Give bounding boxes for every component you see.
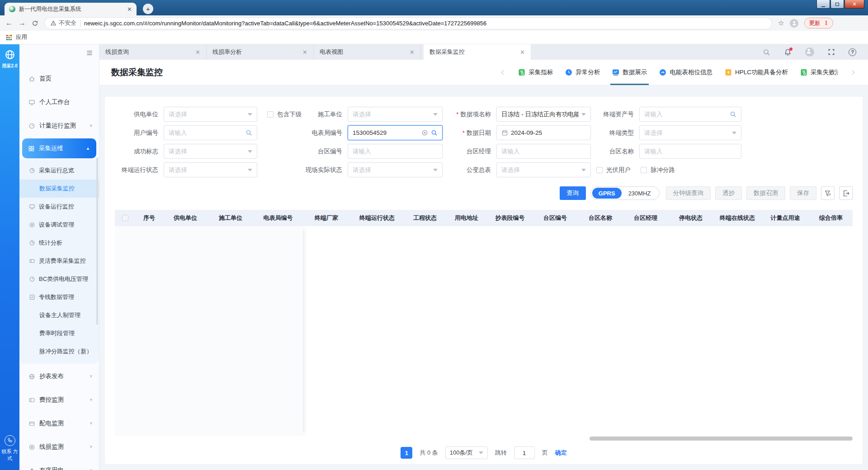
column-header[interactable]: 台区经理 [623,214,668,222]
column-header[interactable]: 计量点用途 [761,214,809,222]
column-header[interactable]: 工程状态 [404,214,446,222]
through-read-button[interactable]: 透抄 [715,186,742,200]
pulse-branch-checkbox[interactable] [641,167,647,173]
clear-icon[interactable] [421,129,428,136]
meter-no-field[interactable] [353,129,419,136]
public-meter-select[interactable]: 请选择 [496,162,591,177]
sidebar-collapse-icon[interactable] [86,49,93,57]
sidebar-item-flexible-rate[interactable]: 灵活费率采集监控 [19,252,99,270]
column-header[interactable]: 终端在线状态 [713,214,761,222]
subtab-meter-phase-info[interactable]: 电能表相位信息 [659,60,712,85]
column-header[interactable]: 抄表段编号 [487,214,533,222]
tg-no-input[interactable] [348,144,443,159]
user-no-field[interactable] [169,129,243,136]
column-header[interactable]: 停电状态 [668,214,713,222]
sidebar-item-fee-control[interactable]: 费控监测 ▼ [19,388,99,412]
search-icon[interactable] [763,48,770,56]
tab-meter-view[interactable]: 电表视图 ✕ [314,44,421,60]
tab-close-icon[interactable]: ✕ [195,49,200,56]
column-header[interactable]: 台区名称 [578,214,623,222]
subtab-collection-index[interactable]: 采集指标 [518,60,553,85]
meter-no-input[interactable] [348,125,443,140]
fullscreen-icon[interactable] [828,48,835,56]
sidebar-item-bc-voltage[interactable]: BC类供电电压管理 [19,270,99,288]
supply-unit-select[interactable]: 请选择 [164,107,257,122]
export-button[interactable] [839,186,853,200]
column-header[interactable]: 施工单位 [208,214,253,222]
sidebar-item-collection-overview[interactable]: 采集运行总览 [19,161,99,180]
sidebar-item-metering-monitor[interactable]: 计量运行监测 ▼ [19,114,99,138]
bookmarks-apps-label[interactable]: 应用 [16,33,27,41]
tg-no-field[interactable] [353,148,438,155]
column-header[interactable]: 综合倍率 [809,214,853,222]
horizontal-scrollbar[interactable] [590,437,853,441]
window-close-button[interactable]: ✕ [844,0,864,9]
window-minimize-button[interactable]: ▁ [816,0,830,9]
column-header[interactable]: 台区编号 [533,214,578,222]
sidebar-item-line-loss-monitor[interactable]: 线损监测 ▼ [19,435,99,459]
tab-line-loss-query[interactable]: 线损查询 ✕ [99,44,207,60]
tab-close-icon[interactable]: ✕ [302,49,307,56]
sidebar-item-device-run-monitor[interactable]: 设备运行监控 [19,198,99,216]
tg-name-input[interactable] [639,144,741,159]
sidebar-scrollbar[interactable] [96,157,98,325]
bookmark-star-icon[interactable]: ☆ [778,19,784,27]
chrome-update-button[interactable]: 更新 ⋮ [804,18,833,28]
sidebar-item-distribution-monitor[interactable]: 配电监测 ▼ [19,412,99,435]
column-header[interactable]: 序号 [136,214,163,222]
sidebar-item-data-collection-monitor[interactable]: 数据采集监控 [19,180,99,198]
jump-confirm-button[interactable]: 确定 [555,449,567,457]
page-size-select[interactable]: 100条/页 [445,446,488,459]
pulse-branch-checkbox-group[interactable]: 脉冲分路 [641,166,675,174]
browser-menu-icon[interactable]: ⋮ [823,20,829,26]
gprs-toggle-option[interactable]: GPRS [592,188,622,199]
sidebar-item-statistics[interactable]: 统计分析 [19,234,99,252]
sidebar-item-device-debug[interactable]: 设备调试管理 [19,216,99,234]
sidebar-item-home[interactable]: 首页 [19,67,99,90]
subtab-collection-fail[interactable]: 采集失败清 [800,60,838,85]
include-sub-checkbox-group[interactable]: 包含下级 [267,110,302,119]
help-icon[interactable]: ? [849,48,856,56]
address-bar[interactable]: 不安全 neweic.js.sgcc.com.cn/#/com/runningM… [44,17,772,29]
reload-icon[interactable] [32,20,38,27]
column-header[interactable]: 电表局编号 [253,214,303,222]
sidebar-item-orderly-power[interactable]: 有序用电 ▼ [19,459,99,470]
pv-user-checkbox[interactable] [596,167,603,173]
security-chip[interactable]: 不安全 [50,19,76,27]
query-button[interactable]: 查询 [560,186,586,200]
subtabs-scroll-left-icon[interactable] [500,69,506,76]
minute-query-button[interactable]: 分钟级查询 [666,186,711,200]
data-call-button[interactable]: 数据召测 [746,186,785,200]
subtab-data-display[interactable]: 数据展示 [612,60,647,85]
column-header[interactable]: 用电地址 [446,214,487,222]
search-icon[interactable] [730,111,736,118]
tg-name-field[interactable] [644,148,736,155]
terminal-asset-no-field[interactable] [644,111,727,118]
tab-data-collection-monitor[interactable]: 数据采集监控 ✕ [424,44,531,60]
select-all-checkbox[interactable] [122,215,128,221]
browser-tab[interactable]: 新一代用电信息采集系统 ✕ [5,3,137,15]
search-icon[interactable] [245,129,252,136]
field-actual-status-select[interactable]: 请选择 [348,162,443,177]
sidebar-item-dedicated-line-data[interactable]: 专线数据管理 [19,288,99,306]
pv-user-checkbox-group[interactable]: 光伏用户 [596,166,631,174]
construction-unit-select[interactable]: 请选择 [348,107,443,122]
tab-close-icon[interactable]: ✕ [520,49,525,56]
browser-profile-avatar[interactable] [790,19,798,28]
save-button[interactable]: 保存 [790,186,816,200]
search-icon[interactable] [431,129,438,136]
user-avatar[interactable] [805,47,814,57]
column-header[interactable]: 供电单位 [163,214,208,222]
user-no-input[interactable] [164,125,257,140]
channel-toggle[interactable]: GPRS 230MHZ [590,186,660,200]
mhz-toggle-option[interactable]: 230MHZ [622,190,658,197]
data-item-select[interactable]: 日冻结 - 日冻结正向有功电能(... [496,107,591,122]
subtab-hplc-analysis[interactable]: HPLC功能具备分析 [725,60,788,85]
tab-close-icon[interactable]: ✕ [410,49,415,56]
page-1-button[interactable]: 1 [401,447,412,459]
jump-page-input[interactable] [514,446,535,459]
terminal-run-status-select[interactable]: 请选择 [164,162,257,177]
tg-manager-input[interactable] [496,144,591,159]
terminal-type-select[interactable]: 请选择 [639,125,741,140]
include-sub-checkbox[interactable] [267,111,274,118]
